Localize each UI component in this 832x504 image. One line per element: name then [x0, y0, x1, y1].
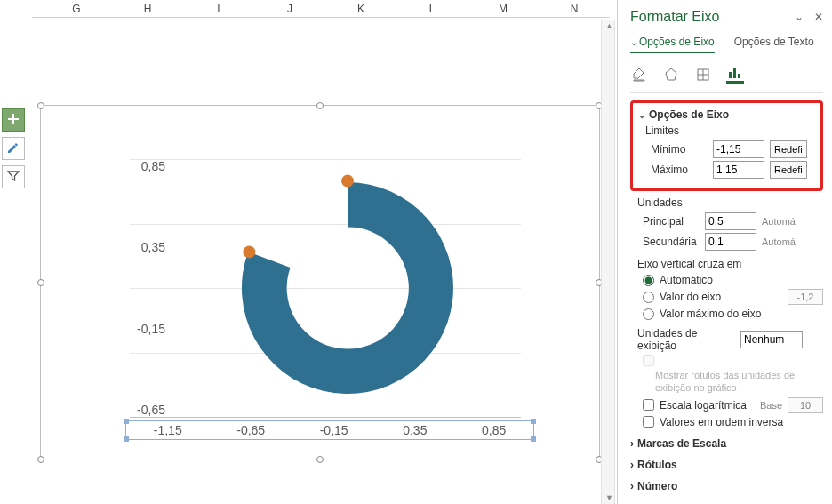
- chart-filter-button[interactable]: [2, 165, 25, 188]
- cross-value-input: [788, 289, 823, 305]
- col-K: K: [325, 3, 396, 15]
- chart-styles-button[interactable]: [2, 137, 25, 160]
- size-icon[interactable]: [694, 66, 712, 84]
- svg-marker-2: [666, 68, 676, 80]
- radio-value-label: Valor do eixo: [660, 291, 721, 303]
- brush-icon: [6, 140, 20, 157]
- panel-tabs: ⌄Opções de Eixo Opções de Texto: [630, 36, 823, 53]
- check-show-unit-labels: [643, 355, 654, 366]
- reset-max-button[interactable]: Redefi: [770, 161, 807, 179]
- col-N: N: [539, 3, 610, 15]
- y-axis-labels[interactable]: 0,85 0,35 -0,15 -0,65: [94, 159, 165, 417]
- donut-series[interactable]: [223, 164, 472, 412]
- selection-handle[interactable]: [124, 436, 129, 442]
- units-label: Unidades: [637, 196, 823, 209]
- radio-value[interactable]: [643, 292, 654, 303]
- plot-area[interactable]: 0,85 0,35 -0,15 -0,65 -1,15 -0,65 -0,15 …: [174, 159, 521, 417]
- highlight-box: ⌄ Opções de Eixo Limites Mínimo Redefi M…: [630, 100, 823, 191]
- max-input[interactable]: [713, 161, 764, 179]
- data-point-end: [341, 175, 354, 188]
- section-number[interactable]: › Número: [630, 480, 823, 492]
- x-tick: 0,85: [482, 423, 506, 437]
- principal-label: Principal: [643, 215, 700, 228]
- col-I: I: [183, 3, 254, 15]
- log-base-input: [788, 397, 823, 413]
- resize-handle[interactable]: [316, 456, 324, 463]
- check-log-scale[interactable]: [643, 399, 654, 411]
- arc-segment: [242, 182, 453, 394]
- col-J: J: [254, 3, 325, 15]
- y-tick: 0,35: [94, 240, 165, 254]
- resize-handle[interactable]: [37, 279, 44, 286]
- plus-icon: [6, 112, 20, 129]
- principal-input[interactable]: [705, 212, 756, 230]
- col-H: H: [112, 3, 183, 15]
- col-M: M: [468, 3, 539, 15]
- gridline: [130, 159, 521, 160]
- funnel-icon: [6, 169, 20, 186]
- selection-handle[interactable]: [531, 436, 536, 442]
- min-label: Mínimo: [651, 143, 708, 156]
- effects-icon[interactable]: [662, 66, 680, 84]
- min-input[interactable]: [713, 140, 764, 158]
- display-units-label: Unidades de exibição: [637, 327, 735, 352]
- svg-rect-8: [738, 74, 740, 78]
- tab-axis-options[interactable]: ⌄Opções de Eixo: [630, 36, 715, 53]
- chevron-down-icon: ⌄: [638, 110, 645, 120]
- chevron-right-icon: ›: [630, 437, 634, 450]
- auto-label: Automá: [762, 236, 796, 247]
- x-tick: -1,15: [154, 423, 182, 437]
- selection-handle[interactable]: [124, 419, 129, 424]
- max-label: Máximo: [651, 164, 708, 176]
- selection-handle[interactable]: [531, 419, 536, 424]
- display-units-select[interactable]: [740, 331, 803, 348]
- log-scale-label: Escala logarítmica: [660, 399, 747, 412]
- y-tick: -0,65: [94, 403, 165, 417]
- y-tick: 0,85: [94, 159, 165, 173]
- chart-elements-button[interactable]: [2, 108, 25, 132]
- column-headers: G H I J K L M N: [32, 0, 610, 18]
- svg-rect-7: [733, 68, 736, 78]
- scroll-down-icon[interactable]: ▼: [605, 493, 613, 502]
- section-labels[interactable]: › Rótulos: [630, 459, 823, 471]
- show-unit-labels-label: Mostrar rótulos das unidades de exibição…: [655, 369, 823, 395]
- panel-title: Formatar Eixo: [630, 9, 719, 25]
- check-reverse[interactable]: [643, 416, 654, 428]
- close-icon[interactable]: ✕: [814, 11, 823, 23]
- chevron-right-icon: ›: [630, 480, 634, 492]
- vcross-label: Eixo vertical cruza em: [637, 258, 823, 270]
- svg-rect-6: [729, 72, 732, 78]
- bar-chart-icon[interactable]: [726, 66, 744, 84]
- tab-text-options[interactable]: Opções de Texto: [734, 36, 814, 53]
- fill-icon[interactable]: [630, 66, 648, 84]
- radio-auto-label: Automático: [660, 274, 713, 286]
- vertical-scrollbar[interactable]: ▲ ▼: [601, 20, 615, 504]
- resize-handle[interactable]: [37, 456, 44, 463]
- chart-object[interactable]: 0,85 0,35 -0,15 -0,65 -1,15 -0,65 -0,15 …: [40, 105, 600, 460]
- secondary-input[interactable]: [705, 233, 756, 251]
- auto-label: Automá: [762, 216, 796, 227]
- limits-label: Limites: [645, 124, 815, 137]
- chevron-right-icon: ›: [630, 459, 634, 471]
- scroll-up-icon[interactable]: ▲: [605, 21, 613, 30]
- panel-subtabs: [630, 62, 823, 93]
- resize-handle[interactable]: [37, 102, 44, 109]
- gridline: [130, 417, 521, 418]
- secondary-label: Secundária: [643, 236, 700, 248]
- radio-auto[interactable]: [643, 275, 654, 286]
- x-tick: 0,35: [403, 423, 427, 437]
- section-tick-marks[interactable]: › Marcas de Escala: [630, 437, 823, 450]
- base-label: Base: [760, 400, 782, 411]
- reverse-label: Valores em ordem inversa: [660, 416, 783, 428]
- radio-max[interactable]: [643, 308, 654, 320]
- x-axis-selected[interactable]: -1,15 -0,65 -0,15 0,35 0,85: [125, 420, 534, 440]
- x-tick: -0,15: [320, 423, 348, 437]
- x-tick: -0,65: [236, 423, 265, 437]
- format-axis-panel: Formatar Eixo ⌄ ✕ ⌄Opções de Eixo Opções…: [617, 0, 832, 504]
- data-point-start: [243, 245, 255, 258]
- chevron-down-icon[interactable]: ⌄: [795, 11, 804, 23]
- section-axis-options[interactable]: ⌄ Opções de Eixo: [638, 108, 815, 121]
- y-tick: -0,15: [94, 322, 165, 336]
- reset-min-button[interactable]: Redefi: [770, 140, 807, 158]
- resize-handle[interactable]: [316, 102, 324, 109]
